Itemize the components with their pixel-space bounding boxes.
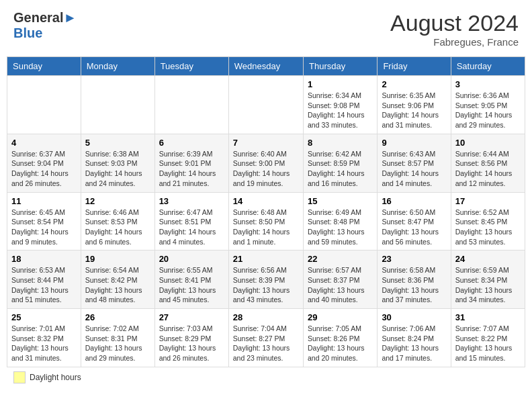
calendar-cell: 9Sunrise: 6:43 AM Sunset: 8:57 PM Daylig…	[378, 134, 451, 192]
calendar-body: 1Sunrise: 6:34 AM Sunset: 9:08 PM Daylig…	[7, 76, 525, 367]
day-info: Sunrise: 6:53 AM Sunset: 8:44 PM Dayligh…	[11, 265, 77, 305]
calendar-week-row: 18Sunrise: 6:53 AM Sunset: 8:44 PM Dayli…	[7, 250, 525, 309]
day-info: Sunrise: 7:05 AM Sunset: 8:26 PM Dayligh…	[308, 324, 373, 363]
day-info: Sunrise: 6:34 AM Sunset: 9:08 PM Dayligh…	[308, 91, 373, 130]
calendar-cell: 20Sunrise: 6:55 AM Sunset: 8:41 PM Dayli…	[154, 250, 228, 309]
calendar-week-row: 25Sunrise: 7:01 AM Sunset: 8:32 PM Dayli…	[7, 309, 525, 367]
day-info: Sunrise: 6:59 AM Sunset: 8:34 PM Dayligh…	[455, 265, 521, 305]
day-number: 19	[85, 254, 150, 264]
calendar-cell: 27Sunrise: 7:03 AM Sunset: 8:29 PM Dayli…	[154, 309, 228, 367]
day-number: 6	[159, 138, 224, 148]
calendar-cell	[81, 76, 154, 134]
day-number: 22	[308, 254, 373, 264]
calendar-week-row: 11Sunrise: 6:45 AM Sunset: 8:54 PM Dayli…	[7, 192, 525, 250]
day-number: 14	[233, 196, 299, 206]
day-info: Sunrise: 7:07 AM Sunset: 8:22 PM Dayligh…	[455, 324, 521, 363]
day-info: Sunrise: 6:57 AM Sunset: 8:37 PM Dayligh…	[308, 265, 373, 305]
day-number: 28	[233, 312, 299, 322]
legend-color-box	[13, 371, 26, 383]
calendar-cell	[7, 76, 81, 134]
calendar-cell: 11Sunrise: 6:45 AM Sunset: 8:54 PM Dayli…	[7, 192, 81, 250]
title-block: August 2024 Fabregues, France	[390, 10, 519, 48]
day-info: Sunrise: 6:47 AM Sunset: 8:51 PM Dayligh…	[159, 208, 224, 247]
day-number: 5	[85, 138, 150, 148]
day-info: Sunrise: 6:42 AM Sunset: 8:59 PM Dayligh…	[308, 149, 373, 189]
day-info: Sunrise: 6:55 AM Sunset: 8:41 PM Dayligh…	[159, 265, 224, 305]
day-number: 20	[159, 254, 224, 264]
day-number: 2	[382, 79, 446, 89]
day-info: Sunrise: 7:03 AM Sunset: 8:29 PM Dayligh…	[159, 324, 224, 363]
day-number: 31	[455, 312, 521, 322]
calendar-cell: 19Sunrise: 6:54 AM Sunset: 8:42 PM Dayli…	[81, 250, 154, 309]
calendar-cell: 18Sunrise: 6:53 AM Sunset: 8:44 PM Dayli…	[7, 250, 81, 309]
day-number: 27	[159, 312, 224, 322]
calendar-header-row: SundayMondayTuesdayWednesdayThursdayFrid…	[7, 57, 525, 76]
day-info: Sunrise: 6:56 AM Sunset: 8:39 PM Dayligh…	[233, 265, 299, 305]
calendar-cell: 26Sunrise: 7:02 AM Sunset: 8:31 PM Dayli…	[81, 309, 154, 367]
day-info: Sunrise: 6:38 AM Sunset: 9:03 PM Dayligh…	[85, 149, 150, 189]
day-number: 17	[455, 196, 521, 206]
day-number: 30	[382, 312, 446, 322]
day-number: 8	[308, 138, 373, 148]
day-info: Sunrise: 6:43 AM Sunset: 8:57 PM Dayligh…	[382, 149, 446, 189]
day-number: 4	[11, 138, 77, 148]
calendar-header-cell: Thursday	[303, 57, 377, 76]
day-number: 15	[308, 196, 373, 206]
calendar-week-row: 4Sunrise: 6:37 AM Sunset: 9:04 PM Daylig…	[7, 134, 525, 192]
calendar-cell: 6Sunrise: 6:39 AM Sunset: 9:01 PM Daylig…	[154, 134, 228, 192]
calendar-cell: 2Sunrise: 6:35 AM Sunset: 9:06 PM Daylig…	[378, 76, 451, 134]
calendar-header-cell: Saturday	[451, 57, 525, 76]
calendar-header-cell: Tuesday	[154, 57, 228, 76]
day-info: Sunrise: 6:46 AM Sunset: 8:53 PM Dayligh…	[85, 208, 150, 247]
day-info: Sunrise: 6:48 AM Sunset: 8:50 PM Dayligh…	[233, 208, 299, 247]
calendar-cell: 24Sunrise: 6:59 AM Sunset: 8:34 PM Dayli…	[451, 250, 525, 309]
footer: Daylight hours	[7, 371, 525, 383]
day-info: Sunrise: 6:50 AM Sunset: 8:47 PM Dayligh…	[382, 208, 446, 247]
calendar-cell: 13Sunrise: 6:47 AM Sunset: 8:51 PM Dayli…	[154, 192, 228, 250]
calendar-header-cell: Friday	[378, 57, 451, 76]
calendar-header-cell: Wednesday	[228, 57, 303, 76]
calendar-header-cell: Monday	[81, 57, 154, 76]
day-info: Sunrise: 6:44 AM Sunset: 8:56 PM Dayligh…	[455, 149, 521, 189]
day-number: 10	[455, 138, 521, 148]
calendar-cell: 15Sunrise: 6:49 AM Sunset: 8:48 PM Dayli…	[303, 192, 377, 250]
calendar-cell: 29Sunrise: 7:05 AM Sunset: 8:26 PM Dayli…	[303, 309, 377, 367]
calendar-cell: 7Sunrise: 6:40 AM Sunset: 9:00 PM Daylig…	[228, 134, 303, 192]
day-info: Sunrise: 6:39 AM Sunset: 9:01 PM Dayligh…	[159, 149, 224, 189]
logo: General► Blue	[13, 10, 77, 41]
day-info: Sunrise: 6:40 AM Sunset: 9:00 PM Dayligh…	[233, 149, 299, 189]
day-info: Sunrise: 6:54 AM Sunset: 8:42 PM Dayligh…	[85, 265, 150, 305]
day-number: 29	[308, 312, 373, 322]
day-number: 9	[382, 138, 446, 148]
day-number: 23	[382, 254, 446, 264]
day-info: Sunrise: 7:06 AM Sunset: 8:24 PM Dayligh…	[382, 324, 446, 363]
day-info: Sunrise: 6:36 AM Sunset: 9:05 PM Dayligh…	[455, 91, 521, 130]
day-info: Sunrise: 6:37 AM Sunset: 9:04 PM Dayligh…	[11, 149, 77, 189]
day-info: Sunrise: 6:52 AM Sunset: 8:45 PM Dayligh…	[455, 208, 521, 247]
day-info: Sunrise: 6:45 AM Sunset: 8:54 PM Dayligh…	[11, 208, 77, 247]
day-number: 26	[85, 312, 150, 322]
calendar-cell: 10Sunrise: 6:44 AM Sunset: 8:56 PM Dayli…	[451, 134, 525, 192]
day-number: 24	[455, 254, 521, 264]
day-info: Sunrise: 6:58 AM Sunset: 8:36 PM Dayligh…	[382, 265, 446, 305]
day-number: 7	[233, 138, 299, 148]
day-number: 21	[233, 254, 299, 264]
day-number: 25	[11, 312, 77, 322]
calendar-cell	[228, 76, 303, 134]
calendar-table: SundayMondayTuesdayWednesdayThursdayFrid…	[7, 56, 525, 367]
day-info: Sunrise: 7:01 AM Sunset: 8:32 PM Dayligh…	[11, 324, 77, 363]
day-info: Sunrise: 6:35 AM Sunset: 9:06 PM Dayligh…	[382, 91, 446, 130]
day-info: Sunrise: 7:02 AM Sunset: 8:31 PM Dayligh…	[85, 324, 150, 363]
calendar-cell: 17Sunrise: 6:52 AM Sunset: 8:45 PM Dayli…	[451, 192, 525, 250]
day-number: 16	[382, 196, 446, 206]
calendar-cell: 3Sunrise: 6:36 AM Sunset: 9:05 PM Daylig…	[451, 76, 525, 134]
day-number: 3	[455, 79, 521, 89]
calendar-header-cell: Sunday	[7, 57, 81, 76]
calendar-cell: 5Sunrise: 6:38 AM Sunset: 9:03 PM Daylig…	[81, 134, 154, 192]
day-number: 13	[159, 196, 224, 206]
calendar-cell	[154, 76, 228, 134]
calendar-cell: 4Sunrise: 6:37 AM Sunset: 9:04 PM Daylig…	[7, 134, 81, 192]
calendar-cell: 12Sunrise: 6:46 AM Sunset: 8:53 PM Dayli…	[81, 192, 154, 250]
calendar-cell: 21Sunrise: 6:56 AM Sunset: 8:39 PM Dayli…	[228, 250, 303, 309]
calendar-cell: 30Sunrise: 7:06 AM Sunset: 8:24 PM Dayli…	[378, 309, 451, 367]
